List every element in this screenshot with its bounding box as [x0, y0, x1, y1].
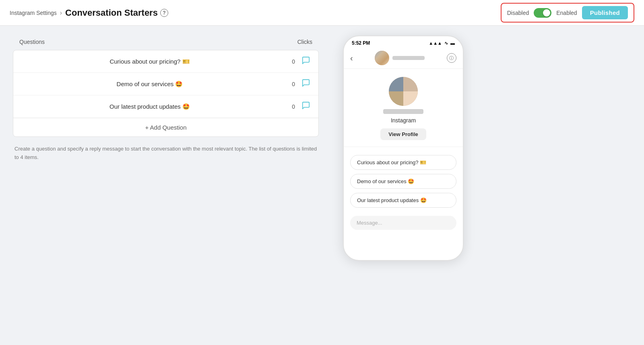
avatar — [389, 77, 418, 106]
avatar-tile — [389, 77, 403, 91]
toggle-enabled-label: Enabled — [556, 10, 577, 16]
breadcrumb-parent[interactable]: Instagram Settings — [10, 10, 57, 16]
question-text-3: Our latest product updates 🤩 — [21, 103, 278, 110]
toggle-track — [534, 8, 551, 18]
phone-mockup: 5:52 PM ▲▲▲ ∿ ▬ ‹ ⓘ — [343, 35, 464, 261]
click-count-2: 0 — [292, 81, 295, 87]
help-icon[interactable]: ? — [160, 9, 168, 17]
breadcrumb-separator: › — [60, 9, 62, 17]
click-count-1: 0 — [292, 58, 295, 65]
phone-icons: ▲▲▲ ∿ ▬ — [429, 41, 455, 46]
chat-icon-1[interactable] — [301, 56, 310, 67]
breadcrumb: Instagram Settings › Conversation Starte… — [10, 8, 168, 18]
table-row: Curious about our pricing? 🎫 0 — [13, 50, 318, 73]
phone-time: 5:52 PM — [352, 40, 370, 46]
clicks-column-header: Clicks — [297, 39, 312, 45]
phone-message-input[interactable]: Message... — [350, 216, 456, 230]
phone-profile-section: Instagram View Profile — [344, 69, 463, 145]
avatar-tile — [403, 91, 418, 106]
phone-status-bar: 5:52 PM ▲▲▲ ∿ ▬ — [344, 36, 463, 48]
question-right-2: 0 — [278, 79, 310, 89]
phone-username-large — [383, 109, 423, 114]
signal-icon: ▲▲▲ — [429, 41, 442, 45]
phone-profile-area — [375, 51, 425, 65]
phone-info-button[interactable]: ⓘ — [447, 53, 456, 63]
left-panel: Questions Clicks Curious about our prici… — [13, 35, 335, 335]
main-content: Questions Clicks Curious about our prici… — [0, 26, 644, 345]
right-panel: 5:52 PM ▲▲▲ ∿ ▬ ‹ ⓘ — [335, 35, 472, 335]
phone-instagram-label: Instagram — [391, 117, 416, 124]
question-text-2: Demo of our services 🤩 — [21, 81, 278, 88]
phone-starters: Curious about our pricing? 🎫 Demo of our… — [344, 150, 463, 213]
page-title: Conversation Starters ? — [65, 8, 168, 18]
click-count-3: 0 — [292, 103, 295, 110]
enabled-toggle[interactable] — [534, 8, 551, 18]
question-right-3: 0 — [278, 101, 310, 112]
questions-column-header: Questions — [19, 39, 45, 45]
table-header: Questions Clicks — [13, 35, 319, 50]
phone-starter-2[interactable]: Demo of our services 🤩 — [350, 174, 456, 189]
toggle-disabled-label: Disabled — [507, 10, 529, 16]
phone-nav-bar: ‹ ⓘ — [344, 48, 463, 69]
add-question-button[interactable]: + Add Question — [13, 118, 318, 136]
chat-icon-2[interactable] — [301, 79, 310, 89]
published-button[interactable]: Published — [582, 6, 628, 19]
view-profile-button[interactable]: View Profile — [380, 128, 426, 140]
avatar-tile — [403, 77, 418, 91]
phone-back-button[interactable]: ‹ — [350, 54, 353, 63]
table-row: Our latest product updates 🤩 0 — [13, 95, 318, 118]
battery-icon: ▬ — [450, 41, 455, 45]
chat-icon-3[interactable] — [301, 101, 310, 112]
header: Instagram Settings › Conversation Starte… — [0, 0, 644, 26]
phone-avatar-small — [375, 51, 389, 65]
phone-starter-3[interactable]: Our latest product updates 🤩 — [350, 193, 456, 208]
wifi-icon: ∿ — [444, 41, 448, 46]
questions-table: Curious about our pricing? 🎫 0 Demo of o… — [13, 50, 319, 137]
phone-section-divider — [344, 147, 463, 147]
phone-username-bar — [392, 56, 425, 60]
avatar-tile — [389, 91, 403, 106]
header-actions: Disabled Enabled Published — [501, 3, 634, 23]
question-text-1: Curious about our pricing? 🎫 — [21, 58, 278, 65]
table-row: Demo of our services 🤩 0 — [13, 73, 318, 95]
phone-starter-1[interactable]: Curious about our pricing? 🎫 — [350, 155, 456, 170]
toggle-thumb — [543, 9, 550, 17]
message-placeholder: Message... — [357, 220, 382, 226]
info-text: Create a question and specify a reply me… — [13, 145, 319, 162]
question-right-1: 0 — [278, 56, 310, 67]
